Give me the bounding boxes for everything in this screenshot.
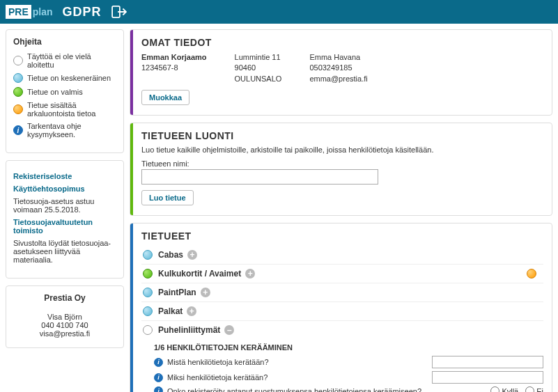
- record-name-input[interactable]: [141, 169, 378, 185]
- own-info-card: OMAT TIEDOT Emman Korjaamo 1234567-8 Lum…: [130, 29, 552, 116]
- links-panel: Rekisteriseloste Käyttöehtosopimus Tieto…: [6, 160, 124, 279]
- info-icon: i: [13, 125, 23, 135]
- contact-phone: 040 4100 740: [13, 321, 116, 329]
- legend-in-progress: Tietue on keskeneräinen: [13, 73, 116, 83]
- records-title: TIETUEET: [141, 230, 543, 242]
- status-dot-orange: [13, 104, 23, 114]
- contact-email: visa@prestia.fi: [13, 329, 116, 338]
- questions-section-title: 1/6 HENKILÖTIETOJEN KERÄÄMINEN: [154, 343, 543, 352]
- create-title: TIETUEEN LUONTI: [141, 130, 543, 141]
- edit-button[interactable]: Muokkaa: [141, 90, 189, 105]
- radio-no-3[interactable]: Ei: [525, 386, 543, 392]
- status-dot-blue: [13, 73, 23, 83]
- record-row-kulkukortit[interactable]: Kulkukortit / Avaimet +: [141, 264, 543, 283]
- status-dot-green: [143, 269, 153, 279]
- record-row-palkat[interactable]: Palkat +: [141, 301, 543, 320]
- answer-input-2[interactable]: [432, 371, 543, 384]
- record-name-label: Tietueen nimi:: [141, 159, 543, 168]
- records-card: TIETUEET Cabas + Kulkukortit / Avaimet +…: [130, 223, 552, 392]
- expand-icon[interactable]: +: [187, 250, 197, 260]
- legend-info: iTarkentava ohje kysymykseen.: [13, 122, 116, 139]
- sensitive-badge-icon: [527, 269, 536, 279]
- topbar: PRE plan GDPR: [0, 0, 558, 24]
- legend-not-started: Täyttöä ei ole vielä aloitettu: [13, 52, 116, 69]
- create-hint: Luo tietue kaikille ohjelmistoille, arki…: [141, 146, 543, 154]
- question-row-2: i Miksi henkilötietoja kerätään?: [154, 371, 543, 384]
- link-valtuutettu[interactable]: Tietosuojavaltuutetun toimisto: [13, 218, 116, 235]
- create-record-button[interactable]: Luo tietue: [141, 190, 194, 205]
- own-info-title: OMAT TIEDOT: [141, 37, 543, 48]
- tietosuoja-date-text: Tietosuoja-asetus astuu voimaan 25.5.201…: [13, 197, 116, 214]
- sidebar: Ohjeita Täyttöä ei ole vielä aloitettu T…: [0, 24, 130, 392]
- main-content: OMAT TIEDOT Emman Korjaamo 1234567-8 Lum…: [130, 24, 558, 392]
- sivustolta-text: Sivustolta löydät tietosuojaa-asetukseen…: [13, 239, 116, 264]
- contact-name: Visa Björn: [13, 313, 116, 321]
- radio-yes-3[interactable]: Kyllä: [490, 386, 518, 392]
- info-icon[interactable]: i: [154, 386, 163, 392]
- logo-pre: PRE: [6, 5, 31, 19]
- logo-plan: plan: [33, 6, 53, 17]
- status-dot-blue: [143, 250, 153, 260]
- own-col-address: Lummintie 11 90460 OULUNSALO: [235, 52, 282, 84]
- contact-company: Prestia Oy: [13, 293, 116, 303]
- logout-icon[interactable]: [111, 6, 127, 18]
- question-row-1: i Mistä henkilötietoja kerätään?: [154, 356, 543, 368]
- expand-icon[interactable]: +: [245, 269, 255, 279]
- help-panel: Ohjeita Täyttöä ei ole vielä aloitettu T…: [6, 29, 124, 153]
- create-record-card: TIETUEEN LUONTI Luo tietue kaikille ohje…: [130, 123, 552, 216]
- answer-input-1[interactable]: [432, 356, 543, 368]
- link-rekisteriseloste[interactable]: Rekisteriseloste: [13, 172, 116, 180]
- record-row-cabas[interactable]: Cabas +: [141, 246, 543, 264]
- own-col-contact: Emma Havana 0503249185 emma@prestia.fi: [309, 52, 367, 84]
- record-row-puhelin[interactable]: Puhelinliittymät –: [141, 320, 543, 339]
- expand-icon[interactable]: +: [187, 306, 196, 316]
- status-dot-blue: [143, 288, 153, 297]
- expand-icon[interactable]: +: [201, 288, 210, 297]
- status-dot-white: [13, 56, 23, 65]
- status-dot-white: [143, 325, 153, 335]
- status-dot-green: [13, 87, 23, 97]
- link-kayttoehto[interactable]: Käyttöehtosopimus: [13, 185, 116, 193]
- status-dot-blue: [143, 306, 153, 316]
- page-title: GDPR: [63, 5, 102, 19]
- info-icon[interactable]: i: [154, 358, 163, 367]
- legend-sensitive: Tietue sisältää arkaluontoista tietoa: [13, 101, 116, 118]
- contact-panel: Prestia Oy Visa Björn 040 4100 740 visa@…: [6, 285, 124, 348]
- record-row-paintplan[interactable]: PaintPlan +: [141, 283, 543, 301]
- question-row-3: i Onko rekisteröity antanut suostumuksen…: [154, 386, 543, 392]
- own-col-company: Emman Korjaamo 1234567-8: [141, 52, 207, 84]
- help-title: Ohjeita: [13, 37, 116, 47]
- info-icon[interactable]: i: [154, 373, 163, 382]
- collapse-icon[interactable]: –: [224, 325, 234, 335]
- legend-ready: Tietue on valmis: [13, 87, 116, 97]
